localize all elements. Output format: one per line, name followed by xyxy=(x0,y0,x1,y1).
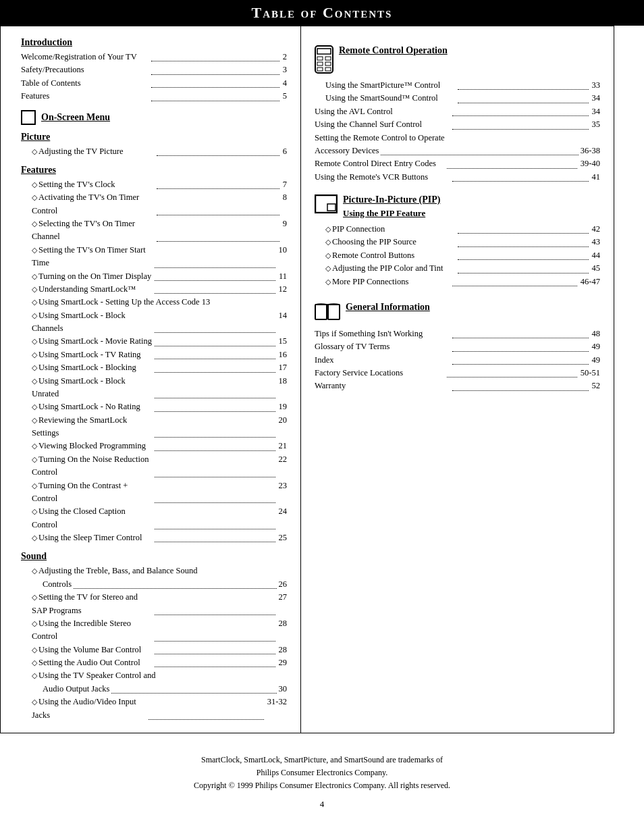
diamond-icon: ◇ xyxy=(32,646,37,654)
diamond-icon: ◇ xyxy=(32,311,37,319)
diamond-icon: ◇ xyxy=(32,567,37,575)
book-icon xyxy=(315,302,340,325)
on-screen-menu-row: On-Screen Menu xyxy=(21,110,287,125)
list-item: ◇Using SmartLock - Setting Up the Access… xyxy=(21,296,287,309)
list-item: ◇Turning On the Noise Reduction Control … xyxy=(21,453,287,479)
list-item: ◇Understanding SmartLock™ 12 xyxy=(21,283,287,296)
page-number: 4 xyxy=(0,799,644,810)
list-item: ◇More PIP Connections 46-47 xyxy=(315,276,600,288)
svg-rect-2 xyxy=(317,57,323,60)
diamond-icon: ◇ xyxy=(32,698,37,706)
list-item: ◇Using the TV Speaker Control and Audio … xyxy=(21,669,287,696)
svg-rect-10 xyxy=(315,305,327,319)
footer-line1: SmartClock, SmartLock, SmartPicture, and… xyxy=(41,754,603,766)
diamond-icon: ◇ xyxy=(32,507,37,515)
on-screen-menu-heading: On-Screen Menu xyxy=(41,112,110,123)
diamond-icon: ◇ xyxy=(32,350,37,359)
list-item: ◇Using SmartLock - Movie Rating 15 xyxy=(21,335,287,348)
list-item: ◇Using the Volume Bar Control 28 xyxy=(21,644,287,656)
diamond-icon: ◇ xyxy=(32,180,37,188)
right-column: Remote Control Operation Using the Smart… xyxy=(300,26,614,733)
pip-heading: Picture-In-Picture (PIP) xyxy=(343,194,441,205)
list-item: Safety/Precautions 3 xyxy=(21,63,287,76)
list-item: ◇Using SmartLock - No Rating 19 xyxy=(21,400,287,413)
diamond-icon: ◇ xyxy=(32,402,37,411)
list-item: Remote Control Direct Entry Codes 39-40 xyxy=(315,157,600,170)
list-item: Features 5 xyxy=(21,90,287,103)
svg-rect-1 xyxy=(317,49,331,54)
features-heading: Features xyxy=(21,165,287,176)
diamond-icon: ◇ xyxy=(32,337,37,345)
diamond-icon: ◇ xyxy=(325,278,331,286)
svg-rect-3 xyxy=(325,57,331,60)
list-item: Using the AVL Control 34 xyxy=(315,105,600,118)
list-item: ◇Remote Control Buttons 44 xyxy=(315,249,600,262)
list-item: Using the Remote's VCR Buttons 41 xyxy=(315,171,600,184)
list-item: ◇Adjusting the PIP Color and Tint 45 xyxy=(315,262,600,275)
diamond-icon: ◇ xyxy=(32,246,37,254)
list-item: ◇Setting the TV's On Timer Start Time 10 xyxy=(21,244,287,270)
remote-control-icon xyxy=(315,45,333,76)
list-item: ◇Activating the TV's On Timer Control 8 xyxy=(21,191,287,217)
list-item: Using the SmartSound™ Control 34 xyxy=(315,92,600,105)
diamond-icon: ◇ xyxy=(32,377,37,385)
diamond-icon: ◇ xyxy=(32,671,37,679)
list-item: ◇Using SmartLock - Block Channels 14 xyxy=(21,309,287,336)
list-item: Glossary of TV Terms 49 xyxy=(315,340,600,353)
list-item: ◇Turning On the Contrast + Control 23 xyxy=(21,479,287,506)
pip-sub-heading: Using the PIP Feature xyxy=(343,208,441,219)
diamond-icon: ◇ xyxy=(325,238,331,246)
list-item: ◇Turning on the On Timer Display 11 xyxy=(21,270,287,283)
list-item: ◇Using the Sleep Timer Control 25 xyxy=(21,531,287,544)
footer-line3: Copyright © 1999 Philips Consumer Electr… xyxy=(41,779,603,792)
diamond-icon: ◇ xyxy=(32,272,37,280)
list-item: Using the Channel Surf Control 35 xyxy=(315,118,600,131)
list-item: ◇Using the Incredible Stereo Control 28 xyxy=(21,617,287,644)
list-item: ◇Using the Closed Caption Control 24 xyxy=(21,505,287,531)
list-item: ◇Reviewing the SmartLock Settings 20 xyxy=(21,414,287,440)
remote-control-header-row: Remote Control Operation xyxy=(315,45,600,76)
page-title: Table of Contents xyxy=(252,4,393,21)
menu-icon xyxy=(21,110,36,125)
svg-rect-7 xyxy=(325,68,331,71)
diamond-icon: ◇ xyxy=(32,455,37,463)
list-item: ◇Using the Audio/Video Input Jacks 31-32 xyxy=(21,696,287,722)
list-item: ◇Selecting the TV's On Timer Channel 9 xyxy=(21,217,287,244)
svg-rect-0 xyxy=(315,46,333,73)
list-item: ◇Setting the TV's Clock 7 xyxy=(21,178,287,191)
title-bar: Table of Contents xyxy=(0,0,644,26)
diamond-icon: ◇ xyxy=(32,593,37,601)
sound-heading: Sound xyxy=(21,551,287,562)
list-item: Index 49 xyxy=(315,354,600,367)
diamond-icon: ◇ xyxy=(32,442,37,450)
pip-icon xyxy=(315,194,338,216)
list-item: ◇Setting the Audio Out Control 29 xyxy=(21,656,287,669)
list-item: Factory Service Locations 50-51 xyxy=(315,367,600,380)
svg-rect-4 xyxy=(317,62,323,66)
left-column: Introduction Welcome/Registration of You… xyxy=(0,26,300,733)
svg-rect-5 xyxy=(325,62,331,66)
list-item: ◇Viewing Blocked Programming 21 xyxy=(21,440,287,452)
svg-rect-9 xyxy=(327,204,336,211)
svg-rect-6 xyxy=(317,68,323,71)
diamond-icon: ◇ xyxy=(325,264,331,272)
footer-line2: Philips Consumer Electronics Company. xyxy=(41,766,603,779)
list-item: ◇Using SmartLock - TV Rating 16 xyxy=(21,348,287,361)
picture-heading: Picture xyxy=(21,132,287,142)
footer: SmartClock, SmartLock, SmartPicture, and… xyxy=(0,754,644,793)
list-item: ◇Setting the TV for Stereo and SAP Progr… xyxy=(21,591,287,617)
list-item: Warranty 52 xyxy=(315,380,600,392)
diamond-icon: ◇ xyxy=(32,416,37,424)
diamond-icon: ◇ xyxy=(32,298,37,306)
list-item: Welcome/Registration of Your TV 2 xyxy=(21,51,287,63)
introduction-heading: Introduction xyxy=(21,37,287,48)
list-item: ◇Adjusting the TV Picture 6 xyxy=(21,145,287,158)
diamond-icon: ◇ xyxy=(32,619,37,627)
list-item: ◇Adjusting the Treble, Bass, and Balance… xyxy=(21,565,287,591)
diamond-icon: ◇ xyxy=(32,147,37,155)
list-item: ◇Using SmartLock - Block Unrated 18 xyxy=(21,375,287,401)
list-item: Using the SmartPicture™ Control 33 xyxy=(315,79,600,92)
list-item: ◇Choosing the PIP Source 43 xyxy=(315,236,600,249)
general-info-heading: General Information xyxy=(346,302,430,313)
diamond-icon: ◇ xyxy=(32,285,37,293)
